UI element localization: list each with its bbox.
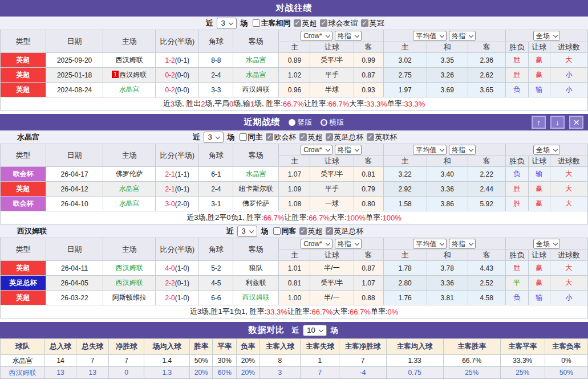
bookmaker-select[interactable]: Crow* bbox=[301, 239, 332, 249]
compare-title: 数据对比 bbox=[248, 325, 285, 336]
close-button[interactable]: ✕ bbox=[569, 116, 583, 129]
chevron-down-icon bbox=[355, 241, 359, 246]
average-select[interactable]: 平均值 bbox=[413, 239, 447, 249]
column-header: 主客入球 bbox=[259, 339, 301, 355]
scope-select-value: 全场 bbox=[536, 145, 550, 155]
horizontal-layout-radio[interactable] bbox=[321, 119, 327, 126]
stat-cell: 0.75 bbox=[386, 367, 443, 379]
move-up-button[interactable]: ↑ bbox=[532, 116, 546, 129]
column-header: 客场 bbox=[233, 238, 279, 261]
rank-badge: 1 bbox=[112, 71, 119, 78]
result-group-header: 全场 bbox=[505, 30, 587, 42]
recent-count-select[interactable]: 3 bbox=[204, 132, 223, 143]
league-filter-checkbox[interactable]: ✓ bbox=[326, 133, 333, 141]
odds-home-cell: 1.01 bbox=[279, 261, 310, 276]
summary-segment: 大率: bbox=[349, 99, 366, 109]
average-select-value: 平均值 bbox=[416, 31, 436, 41]
same-venue-checkbox[interactable] bbox=[273, 227, 281, 235]
league-badge: 英超 bbox=[1, 261, 46, 276]
column-header: 和 bbox=[427, 156, 468, 167]
league-filter-checkbox[interactable]: ✓ bbox=[320, 19, 327, 27]
crystal-palace-table: 类型日期主场比分(半场)角球客场Crow*终指平均值终指全场主让球客主和客胜负让… bbox=[0, 144, 588, 211]
scope-select[interactable]: 全场 bbox=[533, 145, 560, 155]
away-team-cell: 佛罗伦萨 bbox=[233, 197, 279, 211]
recent-count-select[interactable]: 3 bbox=[217, 18, 236, 29]
column-header: 进球数 bbox=[550, 42, 587, 53]
odds-group-header: Crow*终指 bbox=[279, 30, 383, 42]
league-badge: 英超 bbox=[1, 83, 46, 97]
avg-home-cell: 1.58 bbox=[383, 197, 427, 211]
stat-cell: -4 bbox=[339, 367, 386, 379]
league-filter-checkbox[interactable]: ✓ bbox=[294, 19, 301, 27]
league-filter-checkbox[interactable]: ✓ bbox=[361, 19, 368, 27]
odds-stage-select[interactable]: 终指 bbox=[449, 239, 476, 249]
team-name-cell: 水晶宫 bbox=[1, 355, 45, 367]
away-team-cell: 纽卡斯尔联 bbox=[233, 182, 279, 197]
column-header: 让球 bbox=[310, 156, 354, 167]
column-header: 日期 bbox=[46, 144, 103, 167]
league-filter-checkbox[interactable]: ✓ bbox=[299, 133, 307, 141]
score-cell: 0-2(0-0) bbox=[156, 83, 199, 97]
summary-segment: 单率: bbox=[366, 213, 383, 223]
handicap-cell: 平手 bbox=[310, 182, 354, 197]
same-venue-checkbox[interactable] bbox=[253, 19, 260, 27]
handicap-cell: 受平/半 bbox=[310, 53, 354, 68]
bookmaker-select[interactable]: Crow* bbox=[301, 31, 332, 41]
result-handicap-cell: 输 bbox=[528, 167, 550, 182]
avg-draw-cell: 3.35 bbox=[427, 53, 468, 68]
result-outcome-cell: 负 bbox=[505, 167, 528, 182]
compare-count-select[interactable]: 10 bbox=[303, 325, 326, 336]
west-ham-table: 类型日期主场比分(半场)角球客场Crow*终指平均值终指全场主让球客主和客胜负让… bbox=[0, 238, 588, 305]
bookmaker-select-value: Crow* bbox=[303, 32, 322, 40]
column-header: 客 bbox=[354, 250, 383, 261]
avg-home-cell: 3.02 bbox=[383, 53, 427, 68]
league-filter-checkbox[interactable]: ✓ bbox=[367, 133, 374, 141]
avg-draw-cell: 3.78 bbox=[427, 261, 468, 276]
same-venue-label: 同客 bbox=[282, 226, 297, 236]
avg-away-cell: 3.65 bbox=[468, 83, 505, 97]
avg-draw-cell: 3.69 bbox=[427, 83, 468, 97]
result-goals-cell: 大 bbox=[550, 261, 587, 276]
average-select[interactable]: 平均值 bbox=[413, 31, 447, 41]
odds-home-cell: 1.02 bbox=[279, 68, 310, 83]
column-header: 场均入球 bbox=[144, 339, 190, 355]
odds-away-cell: 0.88 bbox=[354, 291, 383, 305]
same-venue-checkbox[interactable] bbox=[240, 133, 247, 141]
stat-cell: 1.33 bbox=[386, 355, 443, 367]
crystal-palace-team-label: 水晶宫 bbox=[17, 132, 39, 142]
average-select[interactable]: 平均值 bbox=[413, 145, 447, 155]
odds-stage-select[interactable]: 终指 bbox=[335, 31, 362, 41]
match-row: 英超26-04-11西汉姆联4-0(1-0)5-2狼队1.01半/一0.871.… bbox=[1, 261, 588, 276]
league-filter-checkbox[interactable]: ✓ bbox=[326, 227, 333, 235]
odds-stage-select[interactable]: 终指 bbox=[449, 145, 476, 155]
odds-stage-select[interactable]: 终指 bbox=[335, 239, 362, 249]
odds-stage-select[interactable]: 终指 bbox=[335, 145, 362, 155]
league-filter-checkbox[interactable]: ✓ bbox=[266, 133, 273, 141]
summary-segment: 66.7% bbox=[309, 214, 330, 222]
league-badge: 英超 bbox=[1, 68, 46, 83]
vertical-layout-radio[interactable] bbox=[289, 119, 295, 126]
stat-cell: 33.3% bbox=[500, 355, 545, 367]
result-outcome-cell: 负 bbox=[505, 83, 528, 97]
summary-segment: 大率: bbox=[330, 213, 347, 223]
move-down-button[interactable]: ↓ bbox=[550, 116, 565, 129]
score-cell: 4-0(1-0) bbox=[156, 261, 199, 276]
column-header: 主场 bbox=[103, 30, 156, 53]
scope-select[interactable]: 全场 bbox=[533, 239, 560, 249]
odds-stage-select-value: 终指 bbox=[338, 31, 351, 41]
crystal-palace-summary: 近3场,胜2平0负1, 胜率:66.7% 让胜率:66.7% 大率:100% 单… bbox=[0, 211, 588, 224]
avg-draw-cell: 3.86 bbox=[427, 197, 468, 211]
scope-select[interactable]: 全场 bbox=[533, 31, 560, 41]
bookmaker-select[interactable]: Crow* bbox=[301, 145, 332, 155]
h2h-header-bar: 对战往绩 bbox=[0, 0, 588, 17]
avg-draw-cell: 3.36 bbox=[427, 182, 468, 197]
chevron-down-icon bbox=[440, 147, 444, 152]
league-filter-checkbox[interactable]: ✓ bbox=[299, 227, 307, 235]
column-header: 客 bbox=[354, 42, 383, 53]
away-team-cell: 利兹联 bbox=[233, 276, 279, 291]
average-group-header: 平均值终指 bbox=[383, 238, 505, 250]
recent-count-select[interactable]: 3 bbox=[237, 226, 257, 237]
league-filter-label: 英超 bbox=[308, 226, 323, 236]
chevron-down-icon bbox=[355, 33, 359, 38]
odds-stage-select[interactable]: 终指 bbox=[449, 31, 476, 41]
